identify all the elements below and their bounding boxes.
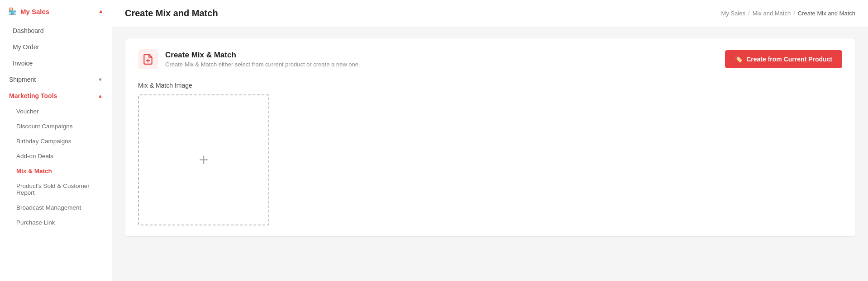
sidebar-item-marketing-tools[interactable]: Marketing Tools ▲ xyxy=(0,88,112,104)
sidebar-item-addon-deals[interactable]: Add-on Deals xyxy=(0,149,112,164)
page-title: Create Mix and Match xyxy=(125,8,218,19)
breadcrumb-mix-match[interactable]: Mix and Match xyxy=(753,10,791,17)
tag-icon: 🏷️ xyxy=(735,56,743,63)
card-icon-box xyxy=(138,49,158,69)
shipment-chevron-icon: ▼ xyxy=(98,77,103,82)
content-area: Create Mix & Match Create Mix & Match ei… xyxy=(112,27,868,281)
marketing-tools-chevron-icon: ▲ xyxy=(98,93,103,98)
card-header-row: Create Mix & Match Create Mix & Match ei… xyxy=(138,49,842,69)
sidebar-header[interactable]: 🏪 My Sales ▲ xyxy=(0,0,112,23)
add-image-icon: + xyxy=(199,152,208,168)
sidebar-item-purchase-link[interactable]: Purchase Link xyxy=(0,215,112,230)
sidebar-item-mix-match[interactable]: Mix & Match xyxy=(0,164,112,178)
sidebar-item-my-order[interactable]: My Order xyxy=(0,39,112,55)
image-upload-box[interactable]: + xyxy=(138,94,269,225)
page-header: Create Mix and Match My Sales / Mix and … xyxy=(112,0,868,27)
breadcrumb-create-mix-match: Create Mix and Match xyxy=(798,10,855,17)
main-content: Create Mix and Match My Sales / Mix and … xyxy=(112,0,868,281)
breadcrumb-my-sales[interactable]: My Sales xyxy=(721,10,745,17)
image-section: Mix & Match Image + xyxy=(138,82,842,225)
breadcrumb-sep-2: / xyxy=(793,10,795,17)
sidebar-item-discount-campaigns[interactable]: Discount Campaigns xyxy=(0,119,112,134)
sidebar-item-invoice[interactable]: Invoice xyxy=(0,55,112,71)
create-from-current-product-button[interactable]: 🏷️ Create from Current Product xyxy=(725,50,842,68)
sidebar-item-products-sold-report[interactable]: Product's Sold & Customer Report xyxy=(0,178,112,200)
breadcrumb: My Sales / Mix and Match / Create Mix an… xyxy=(721,10,855,17)
card-subtitle: Create Mix & Match either select from cu… xyxy=(165,61,360,68)
sidebar-title: 🏪 My Sales xyxy=(8,7,49,15)
sidebar-item-broadcast-management[interactable]: Broadcast Management xyxy=(0,200,112,215)
image-section-label: Mix & Match Image xyxy=(138,82,842,89)
card-text-info: Create Mix & Match Create Mix & Match ei… xyxy=(165,51,360,68)
create-mix-match-card: Create Mix & Match Create Mix & Match ei… xyxy=(125,38,855,237)
sidebar-item-dashboard[interactable]: Dashboard xyxy=(0,23,112,39)
sidebar-collapse-icon[interactable]: ▲ xyxy=(98,8,104,14)
breadcrumb-sep-1: / xyxy=(748,10,750,17)
card-header-left: Create Mix & Match Create Mix & Match ei… xyxy=(138,49,360,69)
sidebar: 🏪 My Sales ▲ Dashboard My Order Invoice … xyxy=(0,0,112,281)
sidebar-item-shipment[interactable]: Shipment ▼ xyxy=(0,71,112,88)
card-title: Create Mix & Match xyxy=(165,51,360,60)
store-icon: 🏪 xyxy=(8,7,17,15)
sidebar-item-voucher[interactable]: Voucher xyxy=(0,104,112,119)
sidebar-nav: Dashboard My Order Invoice Shipment ▼ Ma… xyxy=(0,23,112,230)
document-icon xyxy=(142,53,154,65)
sidebar-item-birthday-campaigns[interactable]: Birthday Campaigns xyxy=(0,134,112,149)
